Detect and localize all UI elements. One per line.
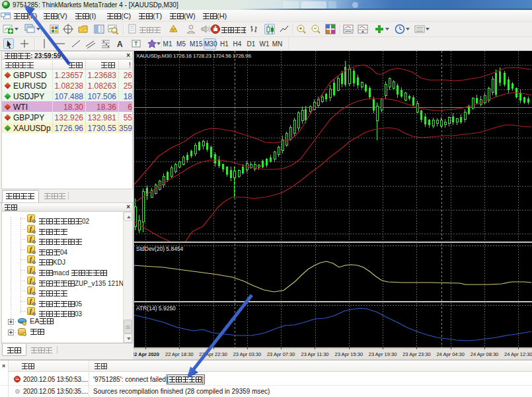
svg-text:ATR(14) 5.9250: ATR(14) 5.9250 <box>136 305 176 312</box>
svg-text:24 Apr 04:30: 24 Apr 04:30 <box>436 351 465 357</box>
svg-text:XAUUSDp,M30 1726.16 1728.23 17: XAUUSDp,M30 1726.16 1728.23 1724.56 1726… <box>136 53 251 59</box>
svg-text:23 Apr 07:30: 23 Apr 07:30 <box>267 351 295 357</box>
svg-text:22 Apr 22:30: 22 Apr 22:30 <box>199 351 227 357</box>
svg-text:24 Apr 08:30: 24 Apr 08:30 <box>471 351 499 357</box>
svg-text:22 Apr 18:30: 22 Apr 18:30 <box>165 351 194 357</box>
svg-text:23 Apr 19:30: 23 Apr 19:30 <box>369 351 397 357</box>
svg-text:23 Apr 03:30: 23 Apr 03:30 <box>233 351 262 357</box>
svg-text:22 Apr 2020: 22 Apr 2020 <box>133 351 159 357</box>
svg-text:T: T <box>134 40 138 47</box>
svg-text:24 Apr 12:30: 24 Apr 12:30 <box>504 351 532 357</box>
svg-text:23 Apr 23:30: 23 Apr 23:30 <box>402 351 431 357</box>
svg-text:23 Apr 15:30: 23 Apr 15:30 <box>335 351 363 357</box>
svg-text:23 Apr 11:30: 23 Apr 11:30 <box>301 351 329 357</box>
svg-text:StdDev(20) 5.8454: StdDev(20) 5.8454 <box>136 245 184 252</box>
